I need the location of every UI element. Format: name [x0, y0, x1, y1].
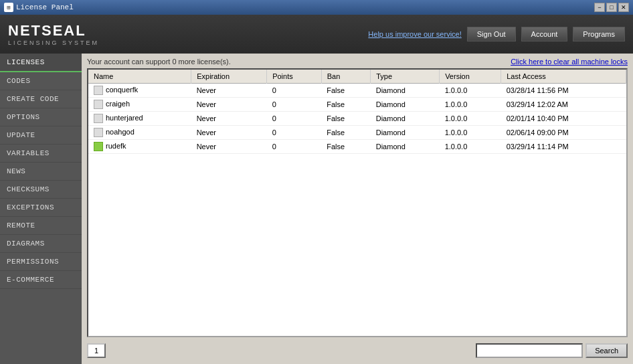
- search-button[interactable]: Search: [585, 343, 628, 358]
- row-status-icon: [94, 86, 103, 95]
- cell-version: 1.0.0.0: [440, 112, 501, 126]
- cell-ban: False: [321, 140, 371, 154]
- table-row[interactable]: rudefk Never 0 False Diamond 1.0.0.0 03/…: [88, 140, 626, 154]
- table-row[interactable]: noahgod Never 0 False Diamond 1.0.0.0 02…: [88, 126, 626, 140]
- sidebar-item-ecommerce[interactable]: E-COMMERCE: [0, 271, 82, 289]
- clear-locks-link[interactable]: Click here to clear all machine locks: [511, 58, 628, 66]
- close-button[interactable]: ✕: [618, 3, 629, 12]
- brand-name: NETSEAL: [8, 22, 99, 39]
- title-bar: ⊞ License Panel − □ ✕: [0, 0, 633, 15]
- help-link[interactable]: Help us improve our service!: [368, 30, 461, 38]
- app-icon: ⊞: [4, 3, 13, 12]
- sidebar-item-news[interactable]: NEWS: [0, 163, 82, 181]
- cell-version: 1.0.0.0: [440, 84, 501, 98]
- cell-expiration: Never: [191, 140, 267, 154]
- search-area: Search: [476, 343, 628, 358]
- brand: NETSEAL LICENSING SYSTEM: [8, 22, 99, 46]
- cell-name: craigeh: [88, 98, 191, 112]
- cell-ban: False: [321, 126, 371, 140]
- cell-expiration: Never: [191, 126, 267, 140]
- header: NETSEAL LICENSING SYSTEM Help us improve…: [0, 15, 633, 54]
- cell-name: conquerfk: [88, 84, 191, 98]
- col-header-name: Name: [88, 70, 191, 84]
- header-right: Help us improve our service! Sign Out Ac…: [368, 27, 625, 41]
- cell-last-access: 03/29/14 12:02 AM: [501, 98, 626, 112]
- table-row[interactable]: hunterjared Never 0 False Diamond 1.0.0.…: [88, 112, 626, 126]
- sidebar-item-codes[interactable]: CODES: [0, 72, 82, 90]
- col-header-version: Version: [440, 70, 501, 84]
- main-layout: LICENSES CODES CREATE CODE OPTIONS UPDAT…: [0, 54, 633, 364]
- sidebar-item-licenses[interactable]: LICENSES: [0, 54, 82, 72]
- sidebar-item-diagrams[interactable]: DIAGRAMS: [0, 235, 82, 253]
- sidebar-item-permissions[interactable]: PERMISSIONS: [0, 253, 82, 271]
- content-header: Your account can support 0 more license(…: [87, 58, 628, 66]
- cell-version: 1.0.0.0: [440, 126, 501, 140]
- cell-last-access: 02/01/14 10:40 PM: [501, 112, 626, 126]
- sidebar-item-remote[interactable]: REMOTE: [0, 217, 82, 235]
- cell-last-access: 03/28/14 11:56 PM: [501, 84, 626, 98]
- page-1-button[interactable]: 1: [87, 343, 106, 358]
- maximize-button[interactable]: □: [606, 3, 617, 12]
- cell-points: 0: [267, 98, 322, 112]
- title-bar-text: License Panel: [16, 3, 74, 11]
- cell-type: Diamond: [371, 112, 440, 126]
- licenses-table: Name Expiration Points Ban Type Version …: [88, 70, 626, 154]
- cell-version: 1.0.0.0: [440, 140, 501, 154]
- table-header-row: Name Expiration Points Ban Type Version …: [88, 70, 626, 84]
- cell-points: 0: [267, 140, 322, 154]
- row-status-icon: [94, 142, 103, 151]
- row-status-icon: [94, 114, 103, 123]
- table-row[interactable]: craigeh Never 0 False Diamond 1.0.0.0 03…: [88, 98, 626, 112]
- programs-button[interactable]: Programs: [573, 27, 625, 41]
- cell-expiration: Never: [191, 84, 267, 98]
- cell-type: Diamond: [371, 84, 440, 98]
- row-status-icon: [94, 100, 103, 109]
- cell-last-access: 02/06/14 09:00 PM: [501, 126, 626, 140]
- cell-type: Diamond: [371, 126, 440, 140]
- col-header-expiration: Expiration: [191, 70, 267, 84]
- col-header-type: Type: [371, 70, 440, 84]
- sidebar-item-exceptions[interactable]: EXCEPTIONS: [0, 199, 82, 217]
- search-input[interactable]: [476, 343, 583, 358]
- col-header-last-access: Last Access: [501, 70, 626, 84]
- col-header-points: Points: [267, 70, 322, 84]
- licenses-table-container: Name Expiration Points Ban Type Version …: [87, 68, 628, 337]
- cell-expiration: Never: [191, 98, 267, 112]
- sidebar-item-options[interactable]: OPTIONS: [0, 108, 82, 126]
- col-header-ban: Ban: [321, 70, 371, 84]
- sidebar: LICENSES CODES CREATE CODE OPTIONS UPDAT…: [0, 54, 82, 364]
- sidebar-item-checksums[interactable]: CHECKSUMS: [0, 181, 82, 199]
- account-button[interactable]: Account: [521, 27, 568, 41]
- sidebar-item-variables[interactable]: VARIABLES: [0, 145, 82, 163]
- cell-expiration: Never: [191, 112, 267, 126]
- cell-type: Diamond: [371, 98, 440, 112]
- brand-subtitle: LICENSING SYSTEM: [8, 39, 99, 46]
- cell-name: rudefk: [88, 140, 191, 154]
- row-status-icon: [94, 128, 103, 137]
- account-message: Your account can support 0 more license(…: [87, 58, 231, 66]
- table-row[interactable]: conquerfk Never 0 False Diamond 1.0.0.0 …: [88, 84, 626, 98]
- cell-ban: False: [321, 112, 371, 126]
- sign-out-button[interactable]: Sign Out: [467, 27, 516, 41]
- cell-last-access: 03/29/14 11:14 PM: [501, 140, 626, 154]
- sidebar-item-create-code[interactable]: CREATE CODE: [0, 90, 82, 108]
- sidebar-item-update[interactable]: UPDATE: [0, 126, 82, 145]
- cell-version: 1.0.0.0: [440, 98, 501, 112]
- cell-ban: False: [321, 98, 371, 112]
- bottom-bar: 1 Search: [87, 341, 628, 360]
- title-bar-controls: − □ ✕: [594, 3, 629, 12]
- cell-name: hunterjared: [88, 112, 191, 126]
- cell-points: 0: [267, 112, 322, 126]
- cell-points: 0: [267, 84, 322, 98]
- cell-type: Diamond: [371, 140, 440, 154]
- cell-ban: False: [321, 84, 371, 98]
- cell-points: 0: [267, 126, 322, 140]
- title-bar-left: ⊞ License Panel: [4, 3, 74, 12]
- cell-name: noahgod: [88, 126, 191, 140]
- content-area: Your account can support 0 more license(…: [82, 54, 633, 364]
- minimize-button[interactable]: −: [594, 3, 605, 12]
